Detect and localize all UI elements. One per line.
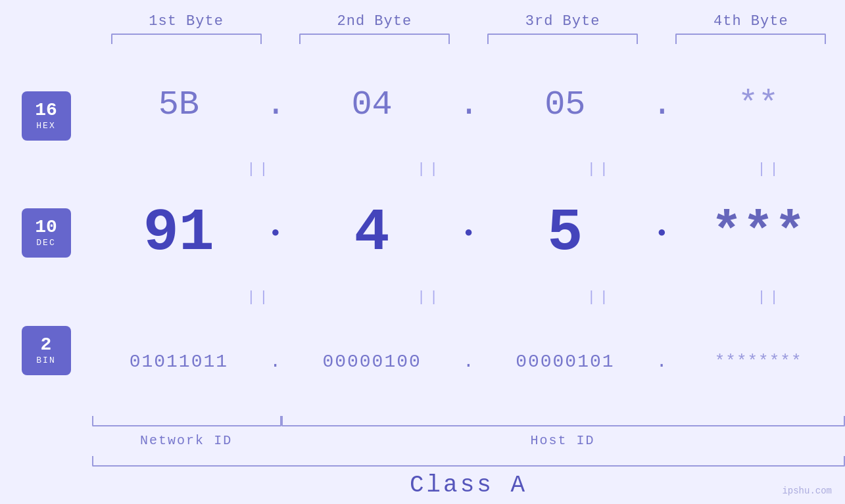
dec-byte2: 4 bbox=[354, 200, 390, 267]
hex-byte2: 04 bbox=[351, 85, 392, 124]
bin-badge: 2 BIN bbox=[22, 326, 71, 375]
bin-byte4-cell: ******** bbox=[671, 352, 845, 371]
hex-dot2: . bbox=[459, 85, 479, 124]
sep2-cell3: || bbox=[525, 289, 675, 306]
hex-byte4-cell: ** bbox=[671, 85, 845, 124]
hex-badge-number: 16 bbox=[35, 101, 57, 120]
bracket2 bbox=[299, 34, 450, 44]
class-row: Class A bbox=[0, 456, 845, 499]
bin-byte3: 00000101 bbox=[516, 352, 614, 372]
sep2-cell1: || bbox=[184, 289, 335, 306]
bin-byte1: 01011011 bbox=[130, 352, 228, 372]
hex-byte3-cell: 05 bbox=[479, 85, 652, 124]
bin-byte1-cell: 01011011 bbox=[92, 352, 266, 372]
sep2-cell2: || bbox=[354, 289, 505, 306]
sep2-row: || || || || bbox=[92, 288, 845, 308]
byte3-header: 3rd Byte bbox=[469, 13, 657, 30]
hex-byte1-cell: 5B bbox=[92, 85, 266, 124]
dec-dot3: ● bbox=[652, 225, 671, 241]
bin-dot1: . bbox=[266, 352, 285, 372]
main-container: 1st Byte 2nd Byte 3rd Byte 4th Byte 16 H… bbox=[0, 0, 845, 504]
dec-row: 91 ● 4 ● 5 ● *** bbox=[92, 179, 845, 287]
bin-badge-number: 2 bbox=[41, 336, 52, 354]
dec-byte2-cell: 4 bbox=[285, 200, 459, 267]
dec-badge-label: DEC bbox=[36, 238, 55, 248]
sep1-cell4: || bbox=[694, 161, 845, 177]
hex-badge: 16 HEX bbox=[22, 91, 71, 141]
bottom-brackets bbox=[92, 416, 845, 426]
bin-byte2: 00000100 bbox=[322, 352, 421, 372]
dec-badge: 10 DEC bbox=[22, 208, 71, 258]
dec-byte4-cell: *** bbox=[671, 203, 845, 263]
content-area: 16 HEX 10 DEC 2 BIN 5B . bbox=[0, 51, 845, 416]
sep1-row: || || || || bbox=[92, 159, 845, 179]
dec-byte4: *** bbox=[711, 203, 806, 263]
sep1-cell2: || bbox=[354, 161, 505, 177]
byte2-header: 2nd Byte bbox=[280, 13, 468, 30]
sep1-cell3: || bbox=[525, 161, 675, 177]
byte1-header: 1st Byte bbox=[92, 13, 280, 30]
hex-row: 5B . 04 . 05 . ** bbox=[92, 51, 845, 159]
top-brackets bbox=[0, 34, 845, 44]
bracket4-cell bbox=[657, 34, 845, 44]
hex-byte2-cell: 04 bbox=[285, 85, 459, 124]
network-bracket bbox=[92, 416, 281, 426]
sep1-cell1: || bbox=[184, 161, 335, 177]
bin-byte2-cell: 00000100 bbox=[285, 352, 459, 372]
hex-byte4: ** bbox=[738, 85, 779, 124]
bin-badge-label: BIN bbox=[36, 355, 55, 365]
sep2-cell4: || bbox=[694, 289, 845, 306]
bin-row: 01011011 . 00000100 . 00000101 . bbox=[92, 308, 845, 416]
dec-byte1: 91 bbox=[143, 200, 214, 267]
bottom-labels: Network ID Host ID bbox=[92, 433, 845, 448]
dec-badge-number: 10 bbox=[35, 218, 57, 237]
hex-dot1: . bbox=[266, 85, 285, 124]
bin-dot3: . bbox=[652, 352, 671, 372]
bracket3-cell bbox=[469, 34, 657, 44]
dec-dot2: ● bbox=[459, 225, 479, 241]
hex-byte3: 05 bbox=[544, 85, 585, 124]
bin-dot2: . bbox=[459, 352, 479, 372]
watermark: ipshu.com bbox=[782, 486, 832, 496]
byte-headers: 1st Byte 2nd Byte 3rd Byte 4th Byte bbox=[0, 13, 845, 30]
bottom-section: Network ID Host ID bbox=[0, 416, 845, 448]
badge-column: 16 HEX 10 DEC 2 BIN bbox=[0, 51, 92, 416]
bin-byte3-cell: 00000101 bbox=[479, 352, 652, 372]
host-bracket bbox=[281, 416, 845, 426]
hex-byte1: 5B bbox=[158, 85, 199, 124]
byte4-header: 4th Byte bbox=[657, 13, 845, 30]
host-id-label: Host ID bbox=[280, 433, 845, 448]
bracket4 bbox=[675, 34, 826, 44]
dec-byte1-cell: 91 bbox=[92, 200, 266, 267]
hex-dot3: . bbox=[652, 85, 671, 124]
data-columns: 5B . 04 . 05 . ** bbox=[92, 51, 845, 416]
class-bracket bbox=[92, 456, 845, 467]
dec-dot1: ● bbox=[266, 225, 285, 241]
bracket1-cell bbox=[92, 34, 280, 44]
network-id-label: Network ID bbox=[92, 433, 280, 448]
bracket1 bbox=[111, 34, 262, 44]
class-label: Class A bbox=[92, 472, 845, 499]
bin-byte4: ******** bbox=[715, 352, 802, 371]
dec-byte3: 5 bbox=[547, 200, 583, 267]
dec-byte3-cell: 5 bbox=[479, 200, 652, 267]
hex-badge-label: HEX bbox=[36, 121, 55, 131]
bracket3 bbox=[487, 34, 638, 44]
bracket2-cell bbox=[280, 34, 468, 44]
